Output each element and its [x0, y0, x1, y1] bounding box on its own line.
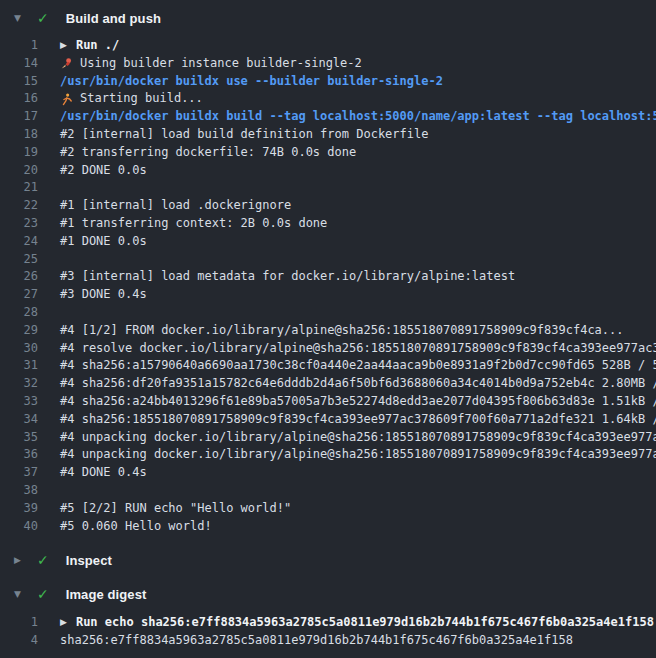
log-text-content: #2 transferring dockerfile: 74B 0.0s don… — [60, 144, 356, 162]
log-text-content: #5 0.060 Hello world! — [60, 518, 212, 536]
log-text-content: #4 sha256:a24bb4013296f61e89ba57005a7b3e… — [60, 393, 656, 411]
line-number[interactable]: 25 — [0, 251, 38, 269]
log-text: #4 sha256:185518070891758909c9f839cf4ca3… — [60, 411, 656, 429]
log-text: #4 [1/2] FROM docker.io/library/alpine@s… — [60, 322, 624, 340]
log-text-content: Starting build... — [80, 90, 203, 108]
chevron-down-icon[interactable]: ▼ — [14, 590, 28, 599]
log-text: #4 sha256:a15790640a6690aa1730c38cf0a440… — [60, 357, 656, 375]
workflow-log-panel: ▼✓Build and push1▶Run ./14Using builder … — [0, 0, 656, 650]
log-text: #4 sha256:a24bb4013296f61e89ba57005a7b3e… — [60, 393, 656, 411]
line-number[interactable]: 24 — [0, 233, 38, 251]
expand-arrow-icon[interactable]: ▶ — [60, 614, 67, 632]
log-line: 15/usr/bin/docker buildx use --builder b… — [0, 73, 656, 91]
log-text: #4 DONE 0.4s — [60, 464, 147, 482]
line-number[interactable]: 19 — [0, 144, 38, 162]
line-number[interactable]: 38 — [0, 482, 38, 500]
log-line: 31#4 sha256:a15790640a6690aa1730c38cf0a4… — [0, 357, 656, 375]
line-number[interactable]: 17 — [0, 108, 38, 126]
log-text: Using builder instance builder-single-2 — [60, 55, 362, 73]
line-number[interactable]: 40 — [0, 518, 38, 536]
step-header-inspect[interactable]: ▶✓Inspect — [0, 543, 656, 577]
log-text: Starting build... — [60, 90, 203, 108]
log-text-content: Run echo sha256:e7ff8834a5963a2785c5a081… — [76, 614, 654, 632]
log-text: sha256:e7ff8834a5963a2785c5a0811e979d16b… — [60, 632, 573, 650]
line-number[interactable]: 4 — [0, 632, 38, 650]
line-number[interactable]: 31 — [0, 357, 38, 375]
log-text-content: #4 DONE 0.4s — [60, 464, 147, 482]
log-text-content: #3 [internal] load metadata for docker.i… — [60, 268, 515, 286]
log-text-content: #4 sha256:185518070891758909c9f839cf4ca3… — [60, 411, 656, 429]
line-number[interactable]: 37 — [0, 464, 38, 482]
line-number[interactable]: 39 — [0, 500, 38, 518]
log-text: #1 transferring context: 2B 0.0s done — [60, 215, 327, 233]
log-text: #4 unpacking docker.io/library/alpine@sh… — [60, 446, 656, 464]
log-line: 37#4 DONE 0.4s — [0, 464, 656, 482]
chevron-right-icon[interactable]: ▶ — [14, 556, 28, 565]
log-line: 23#1 transferring context: 2B 0.0s done — [0, 215, 656, 233]
log-text-content: #4 sha256:a15790640a6690aa1730c38cf0a440… — [60, 357, 656, 375]
line-number[interactable]: 15 — [0, 73, 38, 91]
log-text: #2 transferring dockerfile: 74B 0.0s don… — [60, 144, 356, 162]
log-line: 18#2 [internal] load build definition fr… — [0, 126, 656, 144]
log-line: 30#4 resolve docker.io/library/alpine@sh… — [0, 340, 656, 358]
line-number[interactable]: 22 — [0, 197, 38, 215]
line-number[interactable]: 26 — [0, 268, 38, 286]
log-line: 29#4 [1/2] FROM docker.io/library/alpine… — [0, 322, 656, 340]
log-text: ▶Run ./ — [60, 37, 119, 55]
line-number[interactable]: 35 — [0, 429, 38, 447]
log-line: 36#4 unpacking docker.io/library/alpine@… — [0, 446, 656, 464]
line-number[interactable]: 36 — [0, 446, 38, 464]
log-line: 1▶Run echo sha256:e7ff8834a5963a2785c5a0… — [0, 614, 656, 632]
line-number[interactable]: 34 — [0, 411, 38, 429]
line-number[interactable]: 27 — [0, 286, 38, 304]
log-line: 17/usr/bin/docker buildx build --tag loc… — [0, 108, 656, 126]
line-number[interactable]: 20 — [0, 162, 38, 180]
line-number[interactable]: 18 — [0, 126, 38, 144]
log-text: #4 sha256:df20fa9351a15782c64e6dddb2d4a6… — [60, 375, 656, 393]
log-line: 1▶Run ./ — [0, 37, 656, 55]
line-number[interactable]: 30 — [0, 340, 38, 358]
line-number[interactable]: 16 — [0, 90, 38, 108]
line-number[interactable]: 29 — [0, 322, 38, 340]
line-number[interactable]: 1 — [0, 614, 38, 632]
chevron-down-icon[interactable]: ▼ — [14, 14, 28, 23]
log-text-content: Using builder instance builder-single-2 — [80, 55, 362, 73]
line-number[interactable]: 14 — [0, 55, 38, 73]
line-number[interactable]: 1 — [0, 37, 38, 55]
line-number[interactable]: 28 — [0, 304, 38, 322]
log-text-content: #4 sha256:df20fa9351a15782c64e6dddb2d4a6… — [60, 375, 656, 393]
log-text-content: /usr/bin/docker buildx use --builder bui… — [60, 73, 443, 91]
log-line: 28 — [0, 304, 656, 322]
log-line: 27#3 DONE 0.4s — [0, 286, 656, 304]
log-text: #4 unpacking docker.io/library/alpine@sh… — [60, 429, 656, 447]
log-text: #3 DONE 0.4s — [60, 286, 147, 304]
expand-arrow-icon[interactable]: ▶ — [60, 37, 67, 55]
log-text-content: #5 [2/2] RUN echo "Hello world!" — [60, 500, 291, 518]
line-number[interactable]: 33 — [0, 393, 38, 411]
log-text: /usr/bin/docker buildx use --builder bui… — [60, 73, 443, 91]
log-text: #2 [internal] load build definition from… — [60, 126, 428, 144]
log-line: 33#4 sha256:a24bb4013296f61e89ba57005a7b… — [0, 393, 656, 411]
check-success-icon: ✓ — [37, 553, 49, 567]
log-line: 35#4 unpacking docker.io/library/alpine@… — [0, 429, 656, 447]
log-line: 39#5 [2/2] RUN echo "Hello world!" — [0, 500, 656, 518]
step-header-build-and-push[interactable]: ▼✓Build and push — [0, 1, 656, 35]
log-line: 24#1 DONE 0.0s — [0, 233, 656, 251]
line-number[interactable]: 21 — [0, 179, 38, 197]
step-title: Inspect — [66, 553, 112, 568]
log-text: #5 0.060 Hello world! — [60, 518, 212, 536]
step-log-lines: 1▶Run echo sha256:e7ff8834a5963a2785c5a0… — [0, 614, 656, 650]
step-header-image-digest[interactable]: ▼✓Image digest — [0, 577, 656, 611]
log-text: #3 [internal] load metadata for docker.i… — [60, 268, 515, 286]
line-number[interactable]: 32 — [0, 375, 38, 393]
log-line: 4sha256:e7ff8834a5963a2785c5a0811e979d16… — [0, 632, 656, 650]
pushpin-icon — [60, 57, 73, 70]
log-text-content: #2 DONE 0.0s — [60, 162, 147, 180]
step-log-lines: 1▶Run ./14Using builder instance builder… — [0, 37, 656, 535]
log-line: 25 — [0, 251, 656, 269]
log-line: 32#4 sha256:df20fa9351a15782c64e6dddb2d4… — [0, 375, 656, 393]
log-text-content: /usr/bin/docker buildx build --tag local… — [60, 108, 656, 126]
log-text-content: #1 [internal] load .dockerignore — [60, 197, 291, 215]
line-number[interactable]: 23 — [0, 215, 38, 233]
log-line: 38 — [0, 482, 656, 500]
